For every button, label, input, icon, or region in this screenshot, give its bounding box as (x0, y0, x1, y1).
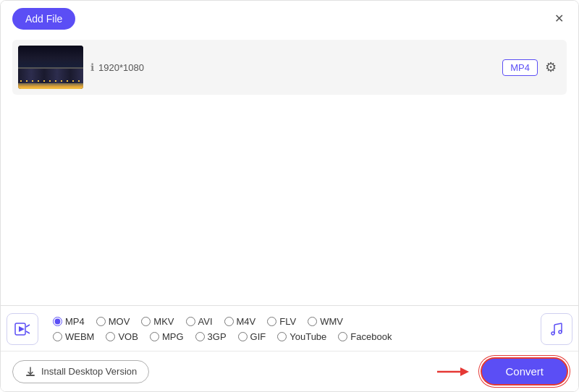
convert-area: Convert (436, 359, 567, 384)
format-option-wmv[interactable]: WMV (302, 314, 349, 329)
formats-rows: MP4 MOV MKV AVI (47, 314, 535, 344)
format-option-mov[interactable]: MOV (90, 314, 136, 329)
format-option-mkv[interactable]: MKV (135, 314, 179, 329)
svg-line-3 (26, 331, 30, 333)
video-format-icon[interactable] (7, 313, 38, 345)
file-item: ℹ 1920*1080 MP4 ⚙ (12, 40, 567, 95)
download-icon (25, 366, 36, 378)
svg-line-6 (554, 323, 562, 325)
format-option-gif[interactable]: GIF (232, 329, 272, 344)
add-file-button[interactable]: Add File (12, 8, 75, 30)
arrow-icon (436, 364, 472, 380)
formats-row-1: MP4 MOV MKV AVI (47, 314, 535, 329)
resolution-text: 1920*1080 (98, 62, 144, 73)
install-desktop-button[interactable]: Install Desktop Version (12, 360, 149, 383)
file-list-area: ℹ 1920*1080 MP4 ⚙ (1, 35, 578, 305)
formats-row-2: WEBM VOB MPG 3GP (47, 329, 535, 344)
svg-marker-9 (460, 367, 469, 376)
info-icon: ℹ (90, 61, 94, 73)
format-option-youtube[interactable]: YouTube (271, 329, 332, 344)
thumbnail (18, 46, 83, 89)
settings-button[interactable]: ⚙ (544, 58, 558, 77)
svg-rect-7 (26, 375, 35, 376)
format-bar: MP4 MOV MKV AVI (1, 313, 578, 351)
footer: Install Desktop Version Convert (1, 351, 578, 391)
format-option-mp4[interactable]: MP4 (47, 314, 90, 329)
format-option-flv[interactable]: FLV (261, 314, 302, 329)
format-option-avi[interactable]: AVI (180, 314, 219, 329)
top-bar: Add File ✕ (1, 1, 578, 35)
format-option-vob[interactable]: VOB (100, 329, 143, 344)
format-badge[interactable]: MP4 (502, 59, 538, 76)
format-option-webm[interactable]: WEBM (47, 329, 100, 344)
main-window: Add File ✕ ℹ 1920*1080 MP4 ⚙ (0, 0, 579, 392)
convert-button[interactable]: Convert (482, 359, 567, 384)
close-button[interactable]: ✕ (551, 12, 567, 26)
format-option-mpg[interactable]: MPG (144, 329, 190, 344)
svg-marker-1 (19, 326, 25, 332)
bottom-bar: MP4 MOV MKV AVI (1, 305, 578, 391)
format-option-3gp[interactable]: 3GP (190, 329, 232, 344)
format-actions: MP4 ⚙ (502, 58, 558, 77)
format-option-m4v[interactable]: M4V (219, 314, 262, 329)
svg-line-2 (26, 325, 30, 327)
format-option-facebook[interactable]: Facebook (332, 329, 397, 344)
file-info: ℹ 1920*1080 (90, 61, 495, 73)
audio-format-icon[interactable] (541, 313, 572, 345)
